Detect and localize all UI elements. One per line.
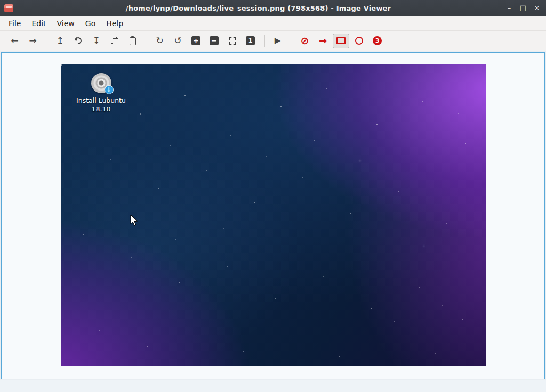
fit-window-icon bbox=[229, 37, 236, 45]
download-badge-icon: ↓ bbox=[105, 85, 114, 94]
menu-edit[interactable]: Edit bbox=[26, 17, 51, 30]
zoom-in-button[interactable]: + bbox=[188, 34, 204, 48]
menu-file[interactable]: File bbox=[3, 17, 26, 30]
close-button[interactable]: × bbox=[531, 2, 543, 14]
desktop-icon-label: Install Lubuntu 18.10 bbox=[74, 96, 129, 114]
next-icon: → bbox=[29, 36, 36, 45]
rotate-clockwise-icon: ↻ bbox=[156, 36, 163, 45]
arrow-annotation-icon: → bbox=[319, 36, 327, 46]
rotate-counterclockwise-button[interactable]: ↺ bbox=[170, 34, 186, 48]
content-area: ↓ Install Lubuntu 18.10 bbox=[0, 51, 546, 380]
toolbar-separator bbox=[147, 35, 147, 47]
desktop-icon-label-line2: 18.10 bbox=[74, 105, 129, 113]
rectangle-annotation-icon bbox=[336, 37, 346, 44]
zoom-out-icon: − bbox=[210, 36, 219, 45]
install-lubuntu-desktop-icon: ↓ Install Lubuntu 18.10 bbox=[74, 73, 129, 114]
rotate-counterclockwise-icon: ↺ bbox=[174, 36, 181, 45]
status-bar bbox=[0, 380, 546, 392]
previous-icon: ← bbox=[11, 36, 18, 45]
maximize-button[interactable]: □ bbox=[517, 2, 529, 14]
copy-icon bbox=[111, 37, 118, 45]
annotate-rectangle-button[interactable] bbox=[333, 34, 349, 48]
annotate-number-button[interactable]: 3 bbox=[369, 34, 386, 48]
circle-annotation-icon bbox=[355, 37, 363, 45]
annotate-none-button[interactable]: ⊘ bbox=[296, 34, 313, 48]
zoom-out-button[interactable]: − bbox=[206, 34, 222, 48]
window-title: /home/lynp/Downloads/live_session.png (7… bbox=[13, 4, 503, 12]
play-icon: ▶ bbox=[275, 37, 281, 45]
app-icon bbox=[4, 4, 13, 12]
reload-button[interactable] bbox=[70, 34, 86, 48]
number-annotation-icon: 3 bbox=[373, 36, 382, 45]
paste-icon bbox=[130, 37, 136, 45]
original-size-button[interactable]: 1 bbox=[242, 34, 259, 48]
no-annotation-icon: ⊘ bbox=[301, 36, 309, 46]
slideshow-play-button[interactable]: ▶ bbox=[269, 34, 286, 48]
toolbar-separator bbox=[264, 35, 265, 47]
save-button[interactable]: ↧ bbox=[88, 34, 105, 48]
window-controls: – □ × bbox=[503, 2, 543, 14]
menubar: File Edit View Go Help bbox=[0, 16, 546, 31]
toolbar: ← → ↥ ↧ ↻ ↺ + − 1 ▶ ⊘ → 3 bbox=[0, 31, 546, 51]
desktop-icon-label-line1: Install Lubuntu bbox=[74, 96, 129, 105]
menu-go[interactable]: Go bbox=[80, 17, 101, 30]
mouse-cursor-icon bbox=[130, 214, 139, 229]
original-size-icon: 1 bbox=[246, 36, 255, 45]
upload-button[interactable]: ↥ bbox=[52, 34, 68, 48]
cd-disc-icon: ↓ bbox=[91, 73, 111, 93]
menu-help[interactable]: Help bbox=[101, 17, 129, 30]
previous-button[interactable]: ← bbox=[6, 34, 23, 48]
menu-view[interactable]: View bbox=[52, 17, 80, 30]
upload-icon: ↥ bbox=[56, 36, 63, 45]
rotate-clockwise-button[interactable]: ↻ bbox=[151, 34, 168, 48]
fit-window-button[interactable] bbox=[224, 34, 240, 48]
annotate-circle-button[interactable] bbox=[351, 34, 367, 48]
minimize-button[interactable]: – bbox=[503, 2, 515, 14]
next-button[interactable]: → bbox=[25, 34, 41, 48]
image-viewer-window: /home/lynp/Downloads/live_session.png (7… bbox=[0, 0, 546, 392]
paste-button[interactable] bbox=[124, 34, 141, 48]
titlebar: /home/lynp/Downloads/live_session.png (7… bbox=[0, 0, 546, 16]
toolbar-separator bbox=[292, 35, 292, 47]
copy-button[interactable] bbox=[106, 34, 123, 48]
image-viewport[interactable]: ↓ Install Lubuntu 18.10 bbox=[1, 52, 545, 379]
save-icon: ↧ bbox=[92, 36, 100, 45]
screenshot-image: ↓ Install Lubuntu 18.10 bbox=[61, 64, 486, 366]
toolbar-separator bbox=[47, 35, 47, 47]
zoom-in-icon: + bbox=[191, 36, 200, 45]
annotate-arrow-button[interactable]: → bbox=[315, 34, 331, 48]
reload-icon bbox=[73, 36, 83, 45]
